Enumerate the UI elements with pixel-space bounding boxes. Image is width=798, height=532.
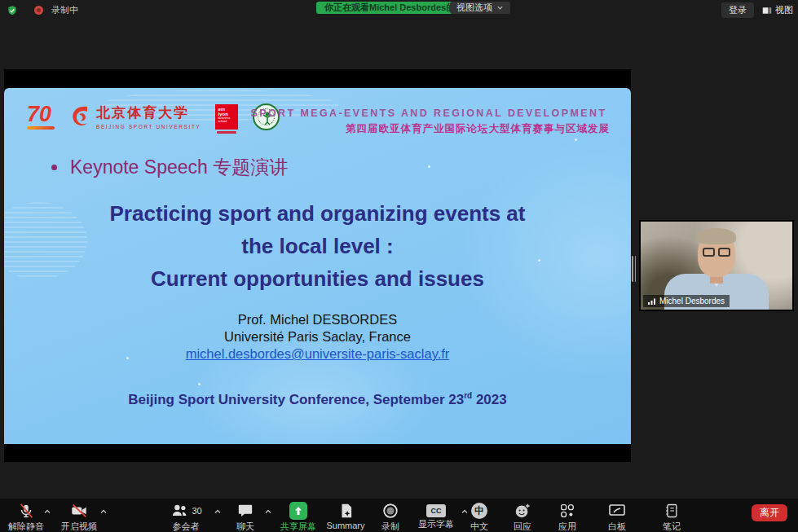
security-shield-icon[interactable]: [7, 5, 18, 16]
keynote-heading: Keynote Speech 专题演讲: [51, 155, 288, 180]
sparkle-decoration: [575, 138, 577, 141]
record-label: 录制: [381, 521, 399, 532]
reactions-smiley-icon: [514, 502, 531, 520]
apps-button[interactable]: 应用: [558, 502, 576, 532]
view-layout-button[interactable]: 视图: [762, 4, 793, 16]
talk-title-line2: the local level :: [4, 230, 631, 262]
shared-screen-area: 70 北京体育大学 BEIJING SPORT UNIVERSITY em l: [4, 69, 631, 462]
speaker-affiliation: Université Paris Saclay, France: [4, 328, 631, 345]
speaker-hair: [697, 228, 736, 244]
slide-header: SPORT MEGA-EVENTS AND REGIONAL DEVELOPME…: [248, 108, 610, 136]
view-label: 视图: [775, 4, 793, 16]
reactions-label: 回应: [514, 521, 531, 532]
share-screen-icon: [289, 502, 307, 520]
participants-button[interactable]: 30 参会者: [170, 502, 201, 532]
audio-options-chevron[interactable]: [42, 507, 52, 517]
recording-indicator-icon[interactable]: [34, 6, 43, 15]
language-label: 中文: [470, 521, 488, 532]
summary-label: Summary: [326, 521, 364, 530]
speaker-info: Prof. Michel DESBORDES Université Paris …: [4, 311, 631, 363]
whiteboard-icon: [607, 502, 627, 520]
notes-icon: [664, 502, 680, 520]
participants-options-chevron[interactable]: [213, 507, 223, 517]
whiteboard-label: 白板: [608, 521, 626, 532]
conference-date-line: Beijing Sport University Conference, Sep…: [4, 391, 631, 408]
participants-label: 参会者: [173, 521, 200, 532]
speaker-email-link[interactable]: michel.desbordes@universite-paris-saclay…: [186, 346, 450, 361]
unmute-button[interactable]: 解除静音: [8, 502, 44, 532]
recording-label: 录制中: [51, 4, 78, 16]
topbar-right: 登录 视图: [721, 2, 793, 18]
participant-name: Michel Desbordes: [659, 297, 725, 306]
topbar-left: 录制中: [7, 4, 78, 16]
language-button[interactable]: 中 中文: [470, 502, 488, 532]
bullet-icon: [51, 165, 57, 170]
conference-title-en: SPORT MEGA-EVENTS AND REGIONAL DEVELOPME…: [248, 108, 610, 119]
notes-button[interactable]: 笔记: [663, 502, 681, 532]
talk-title: Practicing sport and organizing events a…: [4, 197, 631, 295]
start-video-label: 开启视频: [61, 521, 97, 532]
chinese-language-icon: 中: [471, 503, 487, 519]
talk-title-line1: Practicing sport and organizing events a…: [4, 197, 631, 230]
speaker-video-feed: Michel Desbordes: [641, 222, 792, 310]
share-screen-button[interactable]: 共享屏幕: [280, 502, 316, 532]
anniversary-70-logo: 70: [27, 103, 55, 130]
share-screen-label: 共享屏幕: [280, 521, 316, 532]
bsu-name-chinese: 北京体育大学: [96, 103, 201, 122]
meeting-toolbar: 解除静音 开启视频: [0, 499, 798, 532]
summary-document-icon: [337, 502, 354, 520]
view-options-button[interactable]: 视图选项: [450, 2, 510, 14]
beijing-sport-university-logo: 北京体育大学 BEIJING SPORT UNIVERSITY: [69, 103, 201, 130]
record-icon: [381, 502, 399, 520]
chat-label: 聊天: [236, 521, 254, 532]
apps-label: 应用: [558, 521, 576, 532]
apps-grid-icon: [558, 502, 576, 520]
reactions-button[interactable]: 回应: [514, 502, 531, 532]
chat-bubble-icon: [236, 503, 254, 519]
signal-bars-icon: [648, 297, 656, 305]
sparkle-decoration: [428, 165, 430, 168]
emlyon-business-school-logo: em lyon business school: [215, 104, 238, 130]
whiteboard-button[interactable]: 白板: [607, 502, 627, 532]
talk-title-line3: Current opportunities and issues: [4, 262, 631, 295]
microphone-muted-icon: [17, 502, 35, 520]
show-captions-label: 显示字幕: [418, 518, 454, 530]
zoom-meeting-window: 录制中 你正在观看Michel Desbordes的屏幕 视图选项 登录 视图: [0, 0, 798, 532]
panel-resize-handle[interactable]: [632, 256, 636, 282]
bsu-name-english: BEIJING SPORT UNIVERSITY: [96, 124, 201, 130]
speaker-video-thumbnail[interactable]: Michel Desbordes: [639, 220, 794, 311]
conference-title-cn: 第四届欧亚体育产业国际论坛大型体育赛事与区域发展: [248, 122, 610, 136]
chevron-down-icon: [496, 5, 504, 11]
start-video-button[interactable]: 开启视频: [61, 502, 97, 532]
presentation-slide: 70 北京体育大学 BEIJING SPORT UNIVERSITY em l: [4, 88, 631, 444]
notes-label: 笔记: [663, 521, 681, 532]
slide-logo-row: 70 北京体育大学 BEIJING SPORT UNIVERSITY em l: [27, 103, 280, 130]
participants-icon: [170, 503, 189, 519]
chat-options-chevron[interactable]: [263, 507, 273, 517]
participant-name-tag: Michel Desbordes: [643, 295, 730, 307]
unmute-label: 解除静音: [8, 521, 44, 532]
show-captions-button[interactable]: CC 显示字幕: [418, 502, 454, 530]
bsu-swirl-icon: [69, 103, 90, 130]
record-button[interactable]: 录制: [381, 502, 399, 532]
speaker-name: Prof. Michel DESBORDES: [4, 311, 631, 328]
speaker-glasses: [703, 248, 730, 257]
cc-icon: CC: [426, 504, 446, 517]
camera-muted-icon: [69, 502, 89, 520]
participants-count: 30: [192, 506, 201, 516]
view-options-label: 视图选项: [456, 2, 492, 14]
layout-view-icon: [762, 6, 772, 15]
chat-button[interactable]: 聊天: [236, 502, 254, 532]
summary-button[interactable]: Summary: [326, 502, 364, 530]
sparkle-decoration: [198, 383, 201, 385]
video-options-chevron[interactable]: [99, 507, 108, 517]
signin-button[interactable]: 登录: [721, 2, 754, 18]
leave-button[interactable]: 离开: [752, 504, 787, 521]
captions-options-chevron[interactable]: [460, 507, 470, 517]
